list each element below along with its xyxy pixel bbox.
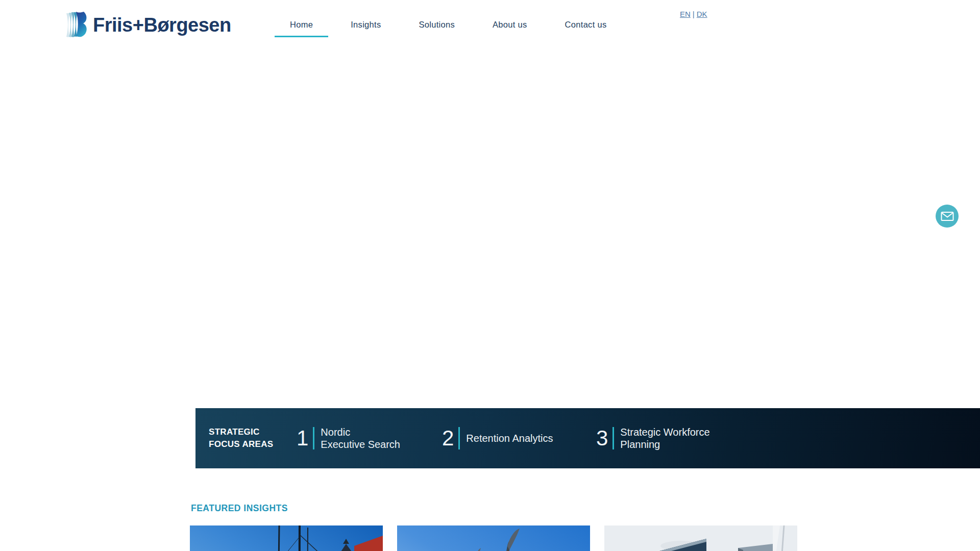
focus-banner-heading: STRATEGIC FOCUS AREAS: [209, 426, 273, 450]
focus-area-2: 2 Retention Analytics: [442, 408, 553, 468]
featured-insights-cards: [190, 525, 797, 551]
focus-area-1-line2: Executive Search: [321, 438, 400, 450]
focus-area-2-number: 2: [442, 428, 454, 449]
main-nav: Home Insights Solutions About us Contact…: [275, 19, 622, 37]
focus-area-divider: [612, 427, 614, 449]
logo-text: Friis+Børgesen: [93, 14, 231, 36]
nav-item-insights[interactable]: Insights: [335, 19, 396, 37]
sky-reeds-photo: [397, 525, 590, 551]
focus-area-3-line1: Strategic Workforce: [620, 426, 709, 438]
nav-item-solutions[interactable]: Solutions: [403, 19, 470, 37]
nav-item-about-us[interactable]: About us: [477, 19, 543, 37]
focus-area-divider: [458, 427, 460, 449]
nav-item-home[interactable]: Home: [275, 19, 328, 37]
contact-email-button[interactable]: [936, 205, 959, 228]
insight-card[interactable]: [190, 525, 383, 551]
focus-area-3: 3 Strategic Workforce Planning: [596, 408, 710, 468]
logo-b-mark-icon: [65, 11, 88, 39]
site-header: Friis+Børgesen Home Insights Solutions A…: [0, 0, 980, 46]
office-building-photo: [604, 525, 797, 551]
featured-insights-heading: FEATURED INSIGHTS: [191, 503, 288, 514]
focus-area-3-line2: Planning: [620, 438, 709, 450]
envelope-icon: [941, 211, 954, 222]
insight-card[interactable]: [604, 525, 797, 551]
language-link-dk[interactable]: DK: [697, 10, 707, 18]
strategic-focus-banner: STRATEGIC FOCUS AREAS 1 Nordic Executive…: [195, 408, 980, 468]
focus-area-1-line1: Nordic: [321, 426, 400, 438]
language-separator: |: [691, 10, 697, 18]
language-switcher: EN|DK: [680, 10, 707, 18]
focus-area-1: 1 Nordic Executive Search: [297, 408, 400, 468]
nyhavn-harbor-photo: [190, 525, 383, 551]
insight-card[interactable]: [397, 525, 590, 551]
focus-area-1-number: 1: [297, 428, 308, 449]
focus-area-3-number: 3: [596, 428, 608, 449]
language-link-en[interactable]: EN: [680, 10, 691, 18]
focus-area-divider: [313, 427, 314, 449]
focus-heading-line2: FOCUS AREAS: [209, 438, 273, 450]
focus-area-2-line1: Retention Analytics: [466, 432, 553, 444]
nav-item-contact-us[interactable]: Contact us: [550, 19, 622, 37]
focus-heading-line1: STRATEGIC: [209, 426, 273, 438]
logo[interactable]: Friis+Børgesen: [65, 11, 231, 39]
